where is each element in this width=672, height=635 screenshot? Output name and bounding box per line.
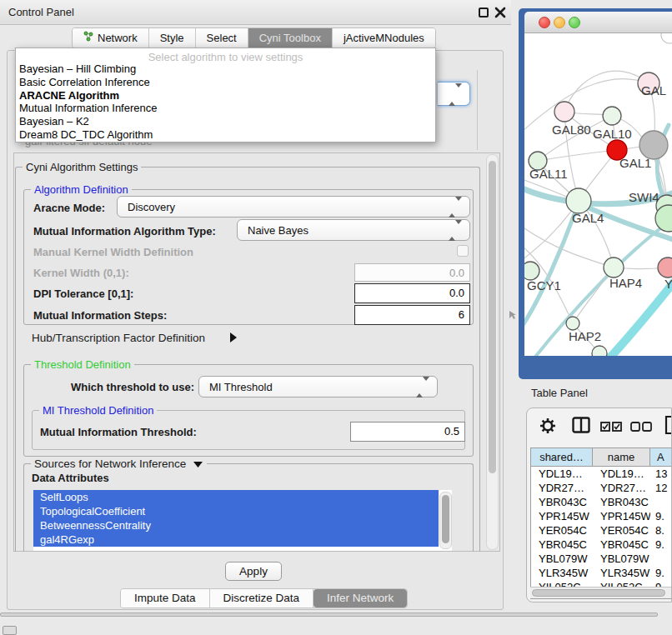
node-gal80	[554, 102, 574, 122]
column-header-partial[interactable]: A	[650, 448, 672, 466]
combo-stepper-icon	[449, 201, 462, 213]
table-panel-title: Table Panel	[531, 387, 588, 399]
algorithm-option-selected[interactable]: ARACNE Algorithm	[16, 89, 435, 102]
column-header-shared-name[interactable]: shared…	[531, 448, 593, 466]
table-row[interactable]: YBL079W YBL079W	[531, 552, 672, 566]
select-all-checked-icon[interactable]	[600, 420, 622, 435]
table-scrollbar-thumb[interactable]	[532, 589, 665, 597]
attributes-scrollbar-thumb[interactable]	[442, 495, 449, 543]
table-row[interactable]: YDL19… YDL19… 13	[531, 467, 672, 481]
document-icon[interactable]	[664, 415, 672, 438]
table-horizontal-scrollbar[interactable]	[530, 587, 672, 598]
group-title: Sources for Network Inference	[31, 458, 207, 471]
settings-scrollbar[interactable]	[486, 154, 499, 550]
data-attributes-list: SelfLoops TopologicalCoefficient Between…	[33, 490, 452, 551]
node-label: GCY1	[527, 278, 561, 292]
node-label: GAL4	[572, 211, 604, 225]
float-window-icon[interactable]	[479, 8, 489, 18]
which-threshold-label: Which threshold to use:	[71, 381, 194, 393]
expand-right-icon[interactable]	[229, 332, 238, 346]
which-threshold-combobox[interactable]: MI Threshold	[198, 376, 438, 398]
manual-kernel-width-label: Manual Kernel Width Definition	[33, 246, 193, 258]
attribute-item-selected[interactable]: TopologicalCoefficient	[33, 504, 439, 518]
algorithm-option[interactable]: Mutual Information Inference	[16, 102, 435, 115]
attribute-item-selected[interactable]: BetweennessCentrality	[33, 518, 439, 532]
network-window-titlebar[interactable]	[524, 12, 672, 33]
node-label: GAL80	[552, 122, 591, 137]
table-row[interactable]: YER054C YER054C 8.	[531, 523, 672, 538]
horizontal-divider[interactable]	[0, 612, 658, 617]
table-row[interactable]: YDR27… YDR27… 12	[531, 481, 672, 495]
table-row[interactable]: YLR345W YLR345W 9.	[531, 566, 672, 580]
attribute-item-selected[interactable]: gal4RGexp	[33, 532, 439, 547]
network-canvas[interactable]: GAL GAL80 GAL10 GAL1 GAL11 SWI4 GAL4 GCY…	[524, 33, 672, 356]
settings-scrollbar-thumb[interactable]	[489, 161, 496, 473]
node-hap4	[604, 258, 624, 278]
mac-zoom-icon[interactable]	[569, 17, 580, 28]
tab-style[interactable]: Style	[149, 28, 196, 48]
kernel-width-field[interactable]: 0.0	[354, 263, 470, 282]
table-toolbar	[527, 408, 672, 448]
tab-select[interactable]: Select	[196, 28, 248, 48]
tab-jactivemnodules[interactable]: jActiveMNodules	[333, 28, 435, 48]
dpi-tolerance-field[interactable]: 0.0	[354, 283, 470, 303]
node-pink-right	[658, 258, 672, 278]
algorithm-option[interactable]: Bayesian – Hill Climbing	[16, 62, 435, 76]
attribute-item-selected[interactable]: SelfLoops	[33, 490, 439, 504]
mi-steps-label: Mutual Information Steps:	[33, 309, 167, 322]
mi-threshold-field[interactable]: 0.5	[350, 422, 465, 442]
hub-definition-toggle[interactable]: Hub/Transcription Factor Definition	[32, 332, 205, 344]
tab-infer-network[interactable]: Infer Network	[313, 589, 407, 608]
data-attributes-label: Data Attributes	[32, 472, 109, 484]
control-panel-window: Control Panel Network Style Select Cyni …	[0, 0, 511, 612]
mi-algorithm-type-combobox[interactable]: Naive Bayes	[237, 219, 470, 241]
algorithm-option[interactable]: Bayesian – K2	[16, 115, 435, 128]
combo-stepper-icon	[416, 381, 429, 393]
group-title: Algorithm Definition	[31, 183, 132, 196]
node-label: GAL	[641, 83, 666, 98]
algorithm-dropdown-list: Select algorithm to view settings Bayesi…	[15, 48, 436, 142]
inference-algorithm-combobox-fragment[interactable]	[438, 82, 470, 106]
node-label: Y	[664, 277, 672, 291]
network-view-window: GAL GAL80 GAL10 GAL1 GAL11 SWI4 GAL4 GCY…	[519, 8, 672, 379]
mi-algorithm-type-label: Mutual Information Algorithm Type:	[33, 225, 216, 238]
mac-close-icon[interactable]	[539, 17, 550, 28]
dropdown-placeholder: Select algorithm to view settings	[16, 48, 435, 62]
column-layout-icon[interactable]	[572, 417, 590, 437]
deselect-all-icon[interactable]	[630, 420, 652, 435]
collapse-down-icon[interactable]	[193, 458, 203, 471]
gear-icon[interactable]	[539, 417, 557, 438]
aracne-mode-combobox[interactable]: Discovery	[117, 196, 470, 218]
mi-steps-field[interactable]: 6	[354, 305, 470, 325]
close-icon[interactable]	[494, 7, 506, 18]
apply-button[interactable]: Apply	[225, 562, 282, 581]
mac-minimize-icon[interactable]	[554, 17, 565, 28]
hidden-group-border-v	[477, 70, 478, 150]
combo-stepper-icon	[449, 88, 462, 102]
sources-title: Sources for Network Inference	[34, 458, 186, 470]
node-gal4	[566, 188, 591, 213]
table-row[interactable]: YBR043C YBR043C	[531, 495, 672, 509]
node-label: GAL11	[529, 167, 568, 181]
attributes-scrollbar[interactable]	[439, 492, 452, 549]
manual-kernel-width-checkbox[interactable]	[457, 245, 469, 257]
tab-network[interactable]: Network	[73, 28, 149, 48]
tab-impute-data[interactable]: Impute Data	[121, 589, 210, 608]
splitter-cursor	[509, 308, 517, 318]
tab-discretize-data[interactable]: Discretize Data	[210, 589, 314, 608]
top-tab-bar: Network Style Select Cyni Toolbox jActiv…	[72, 28, 436, 48]
control-panel-titlebar: Control Panel	[0, 0, 511, 25]
table-row[interactable]: YBR045C YBR045C 9.	[531, 538, 672, 552]
table-row[interactable]: YPR145W YPR145W 9.	[531, 509, 672, 523]
node-label: GAL1	[619, 156, 651, 170]
node-gray	[639, 131, 668, 159]
node-table: shared… name A YDL19… YDL19… 13 YDR27… Y…	[530, 448, 672, 599]
algorithm-option[interactable]: Basic Correlation Inference	[16, 76, 435, 89]
hidden-group-border	[450, 152, 499, 153]
dock-panel-icon[interactable]	[3, 626, 17, 635]
tab-cyni-toolbox[interactable]: Cyni Toolbox	[248, 28, 333, 48]
node-gal10	[603, 107, 621, 125]
column-header-name[interactable]: name	[593, 448, 650, 466]
mi-threshold-label: Mutual Information Threshold:	[40, 426, 197, 438]
algorithm-option[interactable]: Dream8 DC_TDC Algorithm	[16, 128, 435, 142]
